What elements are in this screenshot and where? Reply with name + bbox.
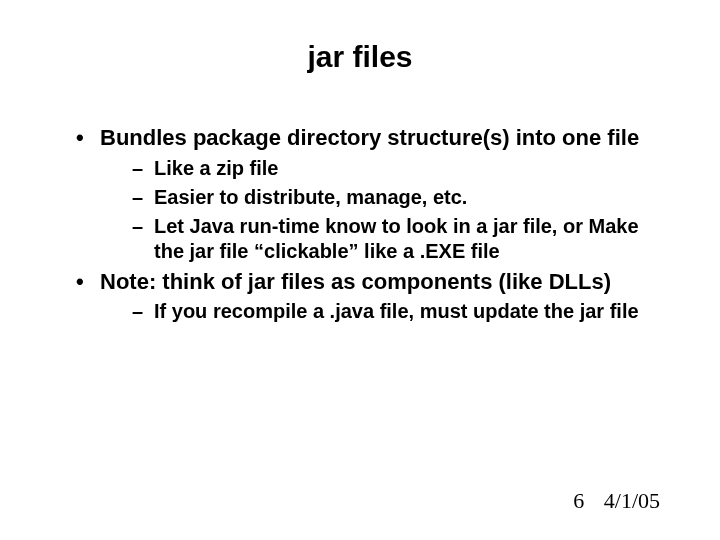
sub-bullet-text: Like a zip file — [154, 157, 278, 179]
sub-bullet-item: Like a zip file — [130, 156, 670, 181]
sub-bullet-item: If you recompile a .java file, must upda… — [130, 299, 670, 324]
sub-bullet-item: Easier to distribute, manage, etc. — [130, 185, 670, 210]
sub-bullet-text: Let Java run-time know to look in a jar … — [154, 215, 639, 262]
sub-bullet-text: Easier to distribute, manage, etc. — [154, 186, 467, 208]
sub-bullet-item: Let Java run-time know to look in a jar … — [130, 214, 670, 264]
bullet-text: Bundles package directory structure(s) i… — [100, 125, 639, 150]
sub-bullet-text: If you recompile a .java file, must upda… — [154, 300, 639, 322]
bullet-text: Note: think of jar files as components (… — [100, 269, 611, 294]
slide-title: jar files — [50, 40, 670, 74]
slide-content: Bundles package directory structure(s) i… — [50, 124, 670, 324]
slide-footer: 6 4/1/05 — [573, 488, 660, 514]
slide: jar files Bundles package directory stru… — [0, 0, 720, 540]
bullet-list: Bundles package directory structure(s) i… — [70, 124, 670, 324]
page-number: 6 — [573, 488, 584, 513]
bullet-item: Note: think of jar files as components (… — [70, 268, 670, 325]
footer-date: 4/1/05 — [604, 488, 660, 513]
sub-bullet-list: If you recompile a .java file, must upda… — [130, 299, 670, 324]
sub-bullet-list: Like a zip file Easier to distribute, ma… — [130, 156, 670, 264]
bullet-item: Bundles package directory structure(s) i… — [70, 124, 670, 264]
